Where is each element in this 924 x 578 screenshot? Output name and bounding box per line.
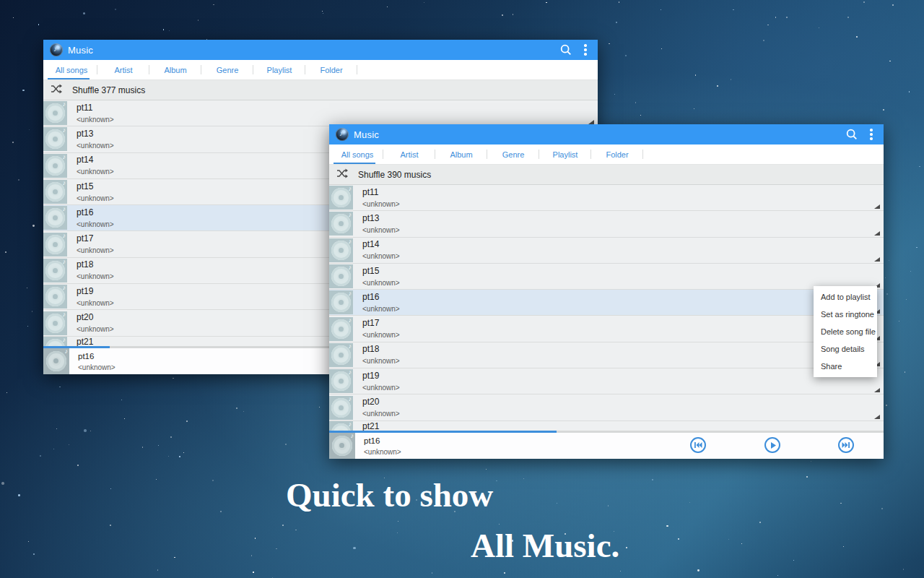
album-art-icon: ♪ bbox=[329, 186, 353, 210]
tab-all-songs[interactable]: All songs bbox=[331, 144, 383, 164]
album-art-icon: ♪ bbox=[329, 396, 353, 420]
album-art-icon: ♪ bbox=[43, 311, 67, 335]
song-list: ♪pt11<unknown>♪pt13<unknown>♪pt14<unknow… bbox=[329, 185, 884, 421]
song-title: pt13 bbox=[77, 129, 114, 139]
now-playing-subtitle: <unknown> bbox=[364, 448, 401, 456]
album-art-icon: ♪ bbox=[43, 127, 67, 151]
overflow-menu-icon[interactable] bbox=[580, 41, 591, 59]
menu-item-set-as-ringtone[interactable]: Set as ringtone bbox=[814, 306, 877, 323]
shuffle-all-row[interactable]: Shuffle 390 musics bbox=[329, 165, 884, 185]
song-artist: <unknown> bbox=[362, 252, 400, 260]
caption-line-2: All Music. bbox=[471, 526, 619, 565]
album-art-icon: ♪ bbox=[329, 343, 353, 367]
song-artist: <unknown> bbox=[77, 142, 114, 150]
shuffle-icon bbox=[336, 168, 348, 181]
tab-artist[interactable]: Artist bbox=[383, 144, 435, 164]
song-row[interactable]: ♪pt11<unknown> bbox=[329, 185, 884, 211]
tab-bar: All songsArtistAlbumGenrePlaylistFolder bbox=[43, 60, 598, 80]
shuffle-all-row[interactable]: Shuffle 377 musics bbox=[43, 80, 598, 100]
album-art-icon: ♪ bbox=[329, 238, 353, 262]
tab-all-songs[interactable]: All songs bbox=[45, 60, 97, 79]
song-artist: <unknown> bbox=[77, 246, 114, 254]
song-title: pt11 bbox=[362, 188, 400, 197]
tab-genre[interactable]: Genre bbox=[201, 60, 253, 79]
song-title: pt21 bbox=[362, 421, 379, 431]
song-title: pt19 bbox=[77, 287, 114, 296]
tab-folder[interactable]: Folder bbox=[305, 60, 357, 79]
album-art-icon: ♪ bbox=[43, 154, 67, 178]
now-playing-title: pt16 bbox=[78, 352, 116, 361]
song-row[interactable]: ♪pt17<unknown> bbox=[329, 316, 884, 342]
album-art-icon: ♪ bbox=[329, 369, 353, 393]
music-app-icon: ♪ bbox=[50, 43, 63, 56]
song-artist: <unknown> bbox=[362, 384, 400, 392]
tab-folder[interactable]: Folder bbox=[591, 144, 643, 164]
song-artist: <unknown> bbox=[362, 305, 400, 313]
song-row[interactable]: ♪pt14<unknown> bbox=[329, 238, 884, 264]
now-playing-art-icon: ♪ bbox=[329, 433, 355, 459]
row-expand-triangle-icon bbox=[874, 388, 880, 392]
menu-item-share[interactable]: Share bbox=[814, 358, 877, 375]
title-bar: ♪ Music bbox=[43, 40, 598, 60]
song-artist: <unknown> bbox=[77, 168, 114, 176]
song-row[interactable]: ♪pt15<unknown> bbox=[329, 264, 884, 290]
song-artist: <unknown> bbox=[77, 325, 114, 333]
song-title: pt15 bbox=[77, 182, 114, 191]
now-playing-art-icon: ♪ bbox=[43, 348, 69, 374]
menu-item-delete-song-file[interactable]: Delete song file bbox=[814, 323, 877, 340]
search-icon[interactable] bbox=[843, 126, 860, 143]
partial-song-row[interactable]: ♪ pt21 bbox=[329, 421, 884, 431]
player-bar[interactable]: ♪ pt16 <unknown> bbox=[329, 433, 884, 459]
album-art-icon: ♪ bbox=[43, 180, 67, 204]
play-button[interactable] bbox=[764, 437, 780, 453]
now-playing-title: pt16 bbox=[364, 436, 401, 445]
song-title: pt20 bbox=[77, 313, 114, 322]
shuffle-label: Shuffle 390 musics bbox=[358, 170, 431, 180]
album-art-icon: ♪ bbox=[43, 233, 67, 256]
app-title: Music bbox=[68, 45, 93, 56]
song-row[interactable]: ♪pt18<unknown> bbox=[329, 342, 884, 368]
song-row[interactable]: ♪pt16<unknown> bbox=[329, 290, 884, 316]
row-expand-triangle-icon bbox=[874, 257, 880, 262]
menu-item-song-details[interactable]: Song details bbox=[814, 340, 877, 358]
tab-bar: All songsArtistAlbumGenrePlaylistFolder bbox=[329, 144, 884, 165]
song-title: pt17 bbox=[77, 234, 114, 243]
song-artist: <unknown> bbox=[362, 410, 400, 418]
song-title: pt11 bbox=[77, 103, 114, 113]
row-expand-triangle-icon bbox=[874, 231, 880, 236]
song-artist: <unknown> bbox=[362, 331, 400, 339]
song-title: pt21 bbox=[77, 337, 93, 346]
search-icon[interactable] bbox=[557, 41, 575, 59]
song-artist: <unknown> bbox=[77, 220, 114, 228]
song-row[interactable]: ♪pt13<unknown> bbox=[329, 211, 884, 237]
album-art-icon: ♪ bbox=[43, 337, 67, 346]
album-art-icon: ♪ bbox=[43, 259, 67, 282]
song-title: pt16 bbox=[362, 293, 400, 302]
song-row[interactable]: ♪pt19<unknown> bbox=[329, 368, 884, 394]
song-row[interactable]: ♪pt11<unknown> bbox=[43, 100, 598, 126]
tab-genre[interactable]: Genre bbox=[487, 144, 539, 164]
song-row[interactable]: ♪pt20<unknown> bbox=[329, 394, 884, 420]
tab-playlist[interactable]: Playlist bbox=[253, 60, 305, 79]
song-artist: <unknown> bbox=[77, 299, 114, 307]
song-artist: <unknown> bbox=[77, 272, 114, 280]
overflow-menu-icon[interactable] bbox=[866, 126, 877, 143]
album-art-icon: ♪ bbox=[329, 212, 353, 236]
next-button[interactable] bbox=[838, 437, 854, 453]
song-artist: <unknown> bbox=[362, 226, 400, 234]
previous-button[interactable] bbox=[690, 437, 706, 453]
caption-line-1: Quick to show bbox=[286, 475, 493, 514]
row-expand-triangle-icon bbox=[874, 204, 880, 209]
music-app-icon: ♪ bbox=[336, 128, 349, 141]
album-art-icon: ♪ bbox=[329, 421, 353, 431]
album-art-icon: ♪ bbox=[43, 101, 67, 125]
song-title: pt14 bbox=[77, 155, 114, 165]
tab-playlist[interactable]: Playlist bbox=[539, 144, 591, 164]
menu-item-add-to-playlist[interactable]: Add to playlist bbox=[814, 288, 877, 306]
album-art-icon: ♪ bbox=[329, 290, 353, 314]
tab-album[interactable]: Album bbox=[435, 144, 487, 164]
song-title: pt16 bbox=[77, 208, 114, 217]
tab-artist[interactable]: Artist bbox=[97, 60, 149, 79]
tab-album[interactable]: Album bbox=[149, 60, 201, 79]
song-title: pt19 bbox=[362, 371, 400, 381]
